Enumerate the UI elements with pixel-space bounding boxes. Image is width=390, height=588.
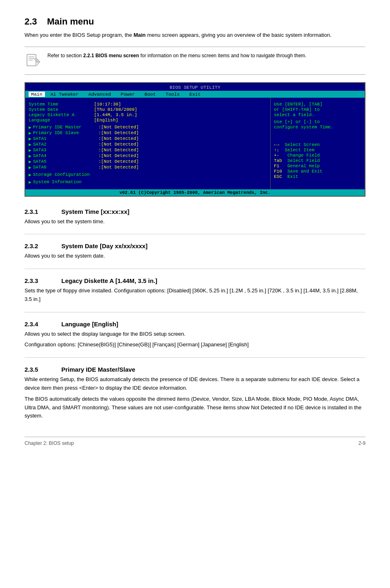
bios-row-sysdate: System Date [Thu 01/08/2009] (29, 107, 267, 112)
bios-row-diskette: Legacy Diskette A [1.44M, 3.5 in.] (29, 112, 267, 117)
bios-help-line-4: Use [+] or [-] to (274, 119, 361, 124)
bios-menu-advanced[interactable]: Advanced (83, 92, 115, 97)
bios-row-systime: System Time [10:17:30] (29, 102, 267, 107)
bios-nav-general-help: F1 General Help (274, 164, 361, 168)
bios-help-line-2: or [SHIFT-TAB] to (274, 107, 361, 112)
bios-row-storage-config: ▶ Storage Configuration (29, 172, 267, 177)
svg-marker-4 (34, 58, 40, 63)
bios-body: System Time [10:17:30] System Date [Thu … (25, 98, 365, 189)
note-text: Refer to section 2.2.1 BIOS menu screen … (47, 51, 307, 59)
footer-right: 2-9 (359, 440, 365, 446)
divider-1 (25, 234, 365, 234)
svg-line-5 (37, 63, 38, 66)
divider-2 (25, 269, 365, 269)
subsection-2-3-3: 2.3.3 Legacy Diskette A [1.44M, 3.5 in.]… (25, 277, 365, 304)
bios-menu-bar: Main Ai Tweaker Advanced Power Boot Tool… (25, 91, 365, 98)
section-number: 2.3 Main menu (25, 16, 365, 27)
bios-menu-aitweaker[interactable]: Ai Tweaker (45, 92, 83, 97)
bios-help-line-1: Use [ENTER], [TAB] (274, 102, 361, 107)
bios-right-panel: Use [ENTER], [TAB] or [SHIFT-TAB] to sel… (271, 98, 365, 189)
bios-menu-power[interactable]: Power (115, 92, 139, 97)
bios-row-sata2: ▶ SATA2 :[Not Detected] (29, 142, 267, 147)
bios-menu-tools[interactable]: Tools (160, 92, 184, 97)
bios-menu-exit[interactable]: Exit (184, 92, 205, 97)
section-intro: When you enter the BIOS Setup program, t… (25, 31, 365, 39)
subsection-2-3-1: 2.3.1 System Time [xx:xx:xx] Allows you … (25, 208, 365, 226)
bios-row-sata1: ▶ SATA1 :[Not Detected] (29, 136, 267, 141)
subsection-2-3-2-heading: 2.3.2 System Date [Day xx/xx/xxxx] (25, 242, 365, 249)
bios-screen: BIOS SETUP UTILITY Main Ai Tweaker Advan… (25, 82, 365, 197)
bios-row-sata6: ▶ SATA6 :[Not Detected] (29, 165, 267, 170)
bios-left-panel: System Time [10:17:30] System Date [Thu … (25, 98, 271, 189)
bios-nav-select-field: Tab Select Field (274, 158, 361, 163)
bios-nav-change-field: +- Change Field (274, 153, 361, 158)
subsection-2-3-4-heading: 2.3.4 Language [English] (25, 321, 365, 328)
bios-row-sata5: ▶ SATA5 :[Not Detected] (29, 159, 267, 164)
page-footer: Chapter 2: BIOS setup 2-9 (25, 437, 365, 446)
subsection-2-3-3-heading: 2.3.3 Legacy Diskette A [1.44M, 3.5 in.] (25, 277, 365, 284)
bios-footer: v02.61 (C)Copyright 1985-2008, American … (25, 189, 365, 196)
bios-row-sys-info: ▶ System Information (29, 180, 267, 185)
divider-3 (25, 312, 365, 312)
note-icon (25, 51, 43, 70)
bios-menu-main[interactable]: Main (29, 92, 45, 97)
bios-menu-boot[interactable]: Boot (139, 92, 160, 97)
subsection-2-3-1-body: Allows you to set the system time. (25, 218, 365, 226)
note-box: Refer to section 2.2.1 BIOS menu screen … (25, 47, 365, 75)
subsection-2-3-5-heading: 2.3.5 Primary IDE Master/Slave (25, 366, 365, 373)
bios-title-bar: BIOS SETUP UTILITY (25, 83, 365, 91)
bios-nav-exit: ESC Exit (274, 174, 361, 179)
bios-nav-save-exit: F10 Save and Exit (274, 169, 361, 174)
bios-help-line-3: select a field. (274, 112, 361, 117)
section-heading: 2.3 Main menu (25, 16, 365, 27)
bios-row-language: Language [English] (29, 118, 267, 123)
subsection-2-3-4: 2.3.4 Language [English] Allows you to s… (25, 321, 365, 350)
divider-4 (25, 357, 365, 358)
bios-row-sata4: ▶ SATA4 :[Not Detected] (29, 153, 267, 159)
bios-nav-select-screen: ←→ Select Screen (274, 142, 361, 147)
subsection-2-3-5-body: While entering Setup, the BIOS automatic… (25, 375, 365, 420)
subsection-2-3-3-body: Sets the type of floppy drive installed.… (25, 287, 365, 304)
subsection-2-3-1-heading: 2.3.1 System Time [xx:xx:xx] (25, 208, 365, 215)
bios-row-sata3: ▶ SATA3 :[Not Detected] (29, 148, 267, 153)
bios-row-ide-slave: ▶ Primary IDE Slave :[Not Detected] (29, 130, 267, 136)
bios-help-line-5: configure system Time. (274, 125, 361, 130)
subsection-2-3-2-body: Allows you to set the system date. (25, 252, 365, 260)
subsection-2-3-5: 2.3.5 Primary IDE Master/Slave While ent… (25, 366, 365, 420)
subsection-2-3-2: 2.3.2 System Date [Day xx/xx/xxxx] Allow… (25, 242, 365, 260)
footer-left: Chapter 2: BIOS setup (25, 440, 74, 446)
subsection-2-3-4-body: Allows you to select the display languag… (25, 330, 365, 350)
bios-nav-select-item: ↑↓ Select Item (274, 148, 361, 153)
bios-row-ide-master: ▶ Primary IDE Master :[Not Detected] (29, 125, 267, 130)
